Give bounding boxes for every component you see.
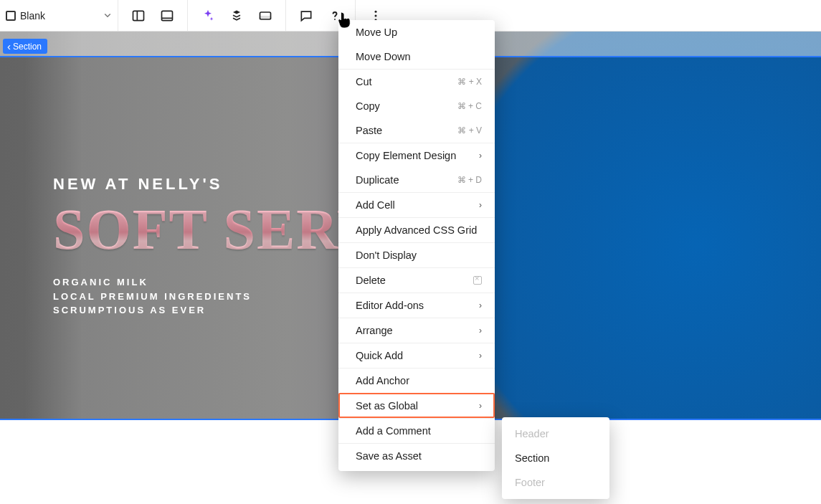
comment-button[interactable] xyxy=(292,0,321,32)
svg-point-7 xyxy=(375,14,377,16)
chevron-right-icon: › xyxy=(479,300,482,310)
menu-move-down[interactable]: Move Down xyxy=(338,44,495,69)
svg-rect-0 xyxy=(133,11,144,20)
chevron-right-icon: › xyxy=(479,200,482,210)
menu-set-as-global[interactable]: Set as Global› xyxy=(338,393,495,418)
chevron-right-icon: › xyxy=(479,401,482,411)
delete-icon xyxy=(473,276,482,285)
save-layout-button[interactable] xyxy=(153,0,181,32)
menu-dont-display[interactable]: Don't Display xyxy=(338,242,495,267)
menu-duplicate[interactable]: Duplicate⌘ + D xyxy=(338,168,495,192)
section-breadcrumb[interactable]: Section xyxy=(3,39,47,54)
svg-rect-2 xyxy=(162,11,173,20)
set-as-global-submenu: Header Section Footer xyxy=(502,417,609,499)
chevron-down-icon xyxy=(103,10,112,22)
chevron-right-icon: › xyxy=(479,151,482,161)
chevron-right-icon: › xyxy=(479,351,482,361)
menu-delete[interactable]: Delete xyxy=(338,267,495,293)
submenu-header: Header xyxy=(502,422,609,446)
section-icon xyxy=(6,11,16,21)
menu-add-anchor[interactable]: Add Anchor xyxy=(338,368,495,393)
section-select-label: Blank xyxy=(20,10,45,22)
submenu-footer: Footer xyxy=(502,470,609,495)
device-button[interactable] xyxy=(251,0,280,32)
menu-add-comment[interactable]: Add a Comment xyxy=(338,418,495,443)
ai-sparkle-button[interactable] xyxy=(194,0,222,32)
menu-arrange[interactable]: Arrange› xyxy=(338,318,495,343)
menu-cut[interactable]: Cut⌘ + X xyxy=(338,69,495,94)
submenu-section[interactable]: Section xyxy=(502,446,609,470)
menu-apply-css-grid[interactable]: Apply Advanced CSS Grid xyxy=(338,217,495,242)
menu-quick-add[interactable]: Quick Add› xyxy=(338,343,495,368)
menu-move-up[interactable]: Move Up xyxy=(338,20,495,44)
chevron-right-icon: › xyxy=(479,325,482,336)
menu-copy-element-design[interactable]: Copy Element Design› xyxy=(338,143,495,168)
menu-editor-addons[interactable]: Editor Add-ons› xyxy=(338,293,495,318)
ai-group xyxy=(188,0,286,31)
svg-point-6 xyxy=(375,10,377,12)
section-tag-label: Section xyxy=(13,42,42,52)
stack-button[interactable] xyxy=(222,0,251,32)
menu-add-cell[interactable]: Add Cell› xyxy=(338,192,495,217)
layout-group xyxy=(118,0,188,31)
menu-save-as-asset[interactable]: Save as Asset xyxy=(338,443,495,468)
menu-paste[interactable]: Paste⌘ + V xyxy=(338,118,495,143)
section-select[interactable]: Blank xyxy=(0,0,118,31)
layout-button[interactable] xyxy=(124,0,153,32)
context-menu: Move Up Move Down Cut⌘ + X Copy⌘ + C Pas… xyxy=(338,20,495,471)
menu-copy[interactable]: Copy⌘ + C xyxy=(338,94,495,118)
svg-point-5 xyxy=(334,19,336,20)
